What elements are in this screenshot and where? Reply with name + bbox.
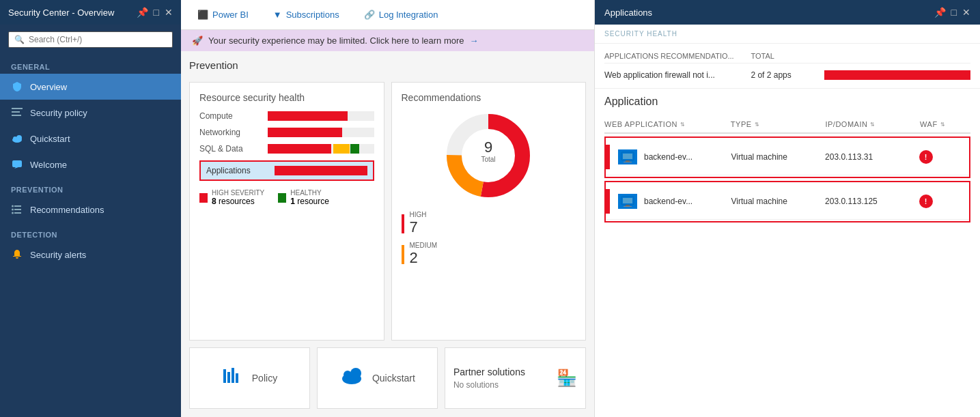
col-ip-header[interactable]: IP/DOMAIN ⇅ [825, 120, 920, 128]
col-type-sort[interactable]: ⇅ [755, 121, 760, 128]
rec-col2-header: TOTAL [751, 52, 824, 60]
healthy-indicator [278, 193, 286, 203]
rec-row-1[interactable]: Web application firewall not i... 2 of 2… [604, 68, 970, 83]
partner-info: Partner solutions No solutions [453, 366, 548, 390]
sidebar-item-quickstart[interactable]: Quickstart [0, 126, 181, 152]
log-integration-button[interactable]: 🔗 Log Integration [359, 7, 444, 23]
rec-row-text: Web application firewall not i... [604, 70, 751, 80]
pin-icon[interactable]: 📌 [137, 7, 148, 18]
app-maximize-icon[interactable]: □ [951, 7, 957, 18]
search-box[interactable]: 🔍 [8, 31, 173, 48]
resource-health-title: Resource security health [199, 92, 374, 103]
svg-rect-0 [12, 108, 23, 109]
applications-highlighted-row[interactable]: Applications [199, 160, 374, 181]
recommendations-title: Recommendations [402, 92, 576, 103]
sidebar-item-overview[interactable]: Overview [0, 74, 181, 100]
svg-rect-28 [624, 162, 632, 162]
row2-vm-icon [618, 194, 637, 209]
left-title: Security Center - Overview [8, 8, 114, 18]
notification-bar[interactable]: 🚀 Your security experience may be limite… [181, 30, 594, 51]
sql-bar-yellow [333, 144, 349, 154]
sidebar-item-security-policy[interactable]: Security policy [0, 100, 181, 126]
col-waf-sort[interactable]: ⇅ [940, 121, 946, 128]
prevention-title: Prevention [189, 59, 586, 71]
sidebar-security-policy-label: Security policy [30, 108, 87, 118]
policy-card[interactable]: Policy [189, 347, 310, 409]
table-row-2-highlight[interactable]: backend-ev... Virtual machine 203.0.113.… [604, 181, 970, 222]
app-recs-header: APPLICATIONS RECOMMENDATIO... TOTAL [604, 49, 970, 63]
policy-icon [222, 366, 244, 390]
sidebar-recommendations-label: Recommendations [30, 205, 104, 215]
col-web-app-sort[interactable]: ⇅ [680, 121, 686, 128]
compute-row: Compute [199, 111, 374, 121]
partner-solutions-card: Partner solutions No solutions 🏪 [445, 347, 586, 409]
app-table: WEB APPLICATION ⇅ TYPE ⇅ IP/DOMAIN ⇅ WAF… [595, 111, 980, 417]
svg-rect-1 [12, 111, 20, 113]
severity-stats: HIGH SEVERITY 8 resources HEALTHY 1 reso… [199, 189, 374, 206]
policy-label: Policy [252, 373, 277, 384]
high-severity-text: HIGH SEVERITY 8 resources [212, 189, 264, 206]
notification-arrow: → [470, 35, 479, 46]
sidebar-item-security-alerts[interactable]: Security alerts [0, 242, 181, 268]
close-icon[interactable]: ✕ [165, 7, 173, 18]
shield-icon [11, 81, 23, 93]
medium-severity-info: MEDIUM 2 [410, 242, 438, 267]
col-web-app-header[interactable]: WEB APPLICATION ⇅ [604, 120, 731, 128]
maximize-icon[interactable]: □ [154, 7, 159, 18]
sidebar-item-welcome[interactable]: Welcome [0, 152, 181, 177]
quickstart-card[interactable]: Quickstart [317, 347, 438, 409]
table-row-1[interactable]: backend-ev... Virtual machine 203.0.113.… [606, 139, 969, 175]
high-severity-stat: HIGH SEVERITY 8 resources [199, 189, 264, 206]
power-bi-label: Power BI [212, 10, 249, 20]
cards-row: Resource security health Compute Network… [189, 82, 586, 341]
app-panel-controls: 📌 □ ✕ [934, 7, 970, 18]
app-panel: Applications 📌 □ ✕ SECURITY HEALTH APPLI… [594, 0, 980, 417]
table-row-1-highlight[interactable]: backend-ev... Virtual machine 203.0.113.… [604, 136, 970, 178]
row1-type: Virtual machine [731, 152, 825, 162]
rec-col1-header: APPLICATIONS RECOMMENDATIO... [604, 52, 751, 60]
sidebar-security-alerts-label: Security alerts [30, 250, 86, 260]
sidebar-quickstart-label: Quickstart [30, 134, 70, 144]
search-icon: 🔍 [14, 35, 25, 44]
link-icon: 🔗 [364, 10, 375, 20]
col-waf-header[interactable]: WAF ⇅ [920, 120, 970, 128]
svg-rect-9 [14, 212, 21, 214]
svg-rect-20 [232, 368, 234, 383]
row1-name: backend-ev... [644, 152, 692, 162]
col-type-header[interactable]: TYPE ⇅ [731, 120, 826, 128]
rec-row-total: 2 of 2 apps [751, 70, 824, 80]
power-bi-button[interactable]: ⬛ Power BI [192, 7, 254, 23]
app-section-title: Application [595, 89, 980, 111]
svg-rect-26 [623, 154, 632, 159]
donut-container: 9 Total [402, 111, 576, 200]
svg-rect-27 [626, 160, 630, 162]
sidebar-overview-label: Overview [30, 82, 67, 92]
sql-row: SQL & Data [199, 144, 374, 154]
compute-label: Compute [199, 111, 261, 121]
app-pin-icon[interactable]: 📌 [934, 7, 946, 18]
cloud-icon [11, 132, 23, 145]
table-row-2[interactable]: backend-ev... Virtual machine 203.0.113.… [606, 184, 969, 220]
col-ip-sort[interactable]: ⇅ [870, 121, 876, 128]
svg-text:9: 9 [484, 139, 492, 156]
svg-rect-32 [624, 206, 632, 207]
search-input[interactable] [29, 35, 167, 44]
svg-rect-6 [12, 160, 22, 167]
app-close-icon[interactable]: ✕ [962, 7, 970, 18]
col-ip-label: IP/DOMAIN [825, 120, 867, 128]
networking-bar-container [268, 128, 374, 137]
applications-label: Applications [206, 166, 268, 175]
severity-list: HIGH 7 MEDIUM 2 [402, 211, 576, 267]
subscriptions-button[interactable]: ▼ Subscriptions [268, 7, 345, 23]
sql-bar-red [268, 144, 331, 154]
sidebar-item-recommendations[interactable]: Recommendations [0, 197, 181, 222]
sql-bar-container [268, 144, 374, 154]
col-waf-label: WAF [920, 120, 938, 128]
row1-vm-icon [618, 149, 637, 164]
svg-text:Total: Total [481, 156, 496, 163]
svg-rect-19 [227, 372, 230, 383]
svg-rect-7 [14, 205, 21, 207]
col-web-app-label: WEB APPLICATION [604, 120, 677, 128]
notification-icon: 🚀 [192, 35, 203, 46]
row1-indicator [606, 145, 610, 169]
